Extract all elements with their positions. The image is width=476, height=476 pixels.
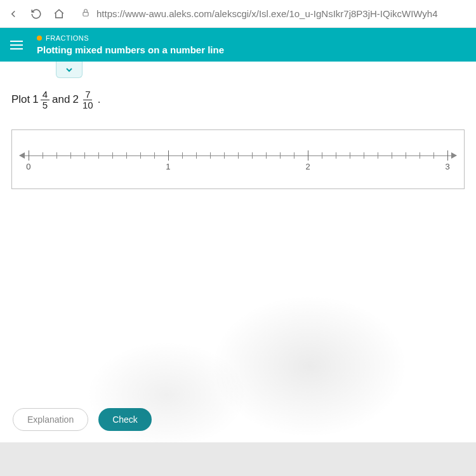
home-icon[interactable] xyxy=(53,8,65,20)
minor-tick xyxy=(336,152,336,159)
minor-tick xyxy=(378,152,378,159)
major-tick xyxy=(308,150,308,161)
check-button[interactable]: Check xyxy=(98,408,152,431)
chevron-down-icon xyxy=(64,65,74,75)
explanation-button[interactable]: Explanation xyxy=(13,408,88,431)
minor-tick xyxy=(322,152,322,159)
reload-icon[interactable] xyxy=(30,8,42,20)
minor-tick xyxy=(154,152,155,159)
app-header: FRACTIONS Plotting mixed numbers on a nu… xyxy=(0,28,476,62)
tick-label: 1 xyxy=(166,162,170,171)
minor-tick xyxy=(140,152,141,159)
tick-label: 2 xyxy=(305,162,310,171)
minor-tick xyxy=(196,152,197,159)
collapse-tab[interactable] xyxy=(56,62,83,78)
minor-tick xyxy=(238,152,239,159)
minor-tick xyxy=(210,152,211,159)
tick-label: 3 xyxy=(446,162,450,171)
minor-tick xyxy=(98,152,99,159)
minor-tick xyxy=(182,152,183,159)
fraction-2: 7 10 xyxy=(81,89,95,110)
minor-tick xyxy=(224,152,225,159)
minor-tick xyxy=(112,152,113,159)
minor-tick xyxy=(252,152,253,159)
whole-1: 1 xyxy=(32,93,38,106)
minor-tick xyxy=(280,152,281,159)
question-between: and xyxy=(52,93,70,106)
fraction-1: 4 5 xyxy=(41,89,50,110)
action-bar: Explanation Check xyxy=(13,408,152,431)
minor-tick xyxy=(406,152,406,159)
numerator-1: 4 xyxy=(41,89,50,100)
browser-toolbar: https://www-awu.aleks.com/alekscgi/x/Isl… xyxy=(0,0,476,28)
header-category: FRACTIONS xyxy=(37,34,224,42)
minor-tick xyxy=(126,152,127,159)
minor-tick xyxy=(420,152,420,159)
page-title: Plotting mixed numbers on a number line xyxy=(37,44,224,55)
major-tick xyxy=(168,150,169,161)
mixed-number-2: 2 7 10 xyxy=(72,89,95,110)
number-line-container: 0123 xyxy=(11,129,465,189)
denominator-1: 5 xyxy=(41,100,50,110)
minor-tick xyxy=(294,152,294,159)
arrow-left-icon xyxy=(19,152,25,159)
lock-icon xyxy=(81,8,90,19)
menu-icon[interactable] xyxy=(10,41,23,50)
major-tick xyxy=(447,150,448,161)
whole-2: 2 xyxy=(72,93,78,106)
minor-tick xyxy=(56,152,57,159)
url-text: https://www-awu.aleks.com/alekscgi/x/Isl… xyxy=(96,8,438,19)
minor-tick xyxy=(70,152,71,159)
minor-tick xyxy=(84,152,85,159)
mixed-number-1: 1 4 5 xyxy=(32,89,50,110)
minor-tick xyxy=(392,152,392,159)
question-suffix: . xyxy=(98,93,101,106)
content-area: Plot 1 4 5 and 2 7 10 . 0123 Explanation… xyxy=(0,62,476,442)
header-text: FRACTIONS Plotting mixed numbers on a nu… xyxy=(37,34,224,55)
arrow-right-icon xyxy=(451,152,457,159)
minor-tick xyxy=(433,152,434,159)
category-label: FRACTIONS xyxy=(46,34,89,42)
tick-label: 0 xyxy=(26,162,30,171)
minor-tick xyxy=(43,152,43,159)
address-bar[interactable]: https://www-awu.aleks.com/alekscgi/x/Isl… xyxy=(76,8,468,19)
minor-tick xyxy=(266,152,267,159)
svg-rect-0 xyxy=(83,12,88,16)
back-icon[interactable] xyxy=(8,8,19,20)
number-line[interactable]: 0123 xyxy=(20,150,456,172)
question-prefix: Plot xyxy=(11,93,30,106)
denominator-2: 10 xyxy=(81,100,95,110)
minor-tick xyxy=(364,152,364,159)
numerator-2: 7 xyxy=(83,89,92,100)
category-bullet-icon xyxy=(37,36,42,41)
major-tick xyxy=(29,150,29,161)
minor-tick xyxy=(350,152,350,159)
